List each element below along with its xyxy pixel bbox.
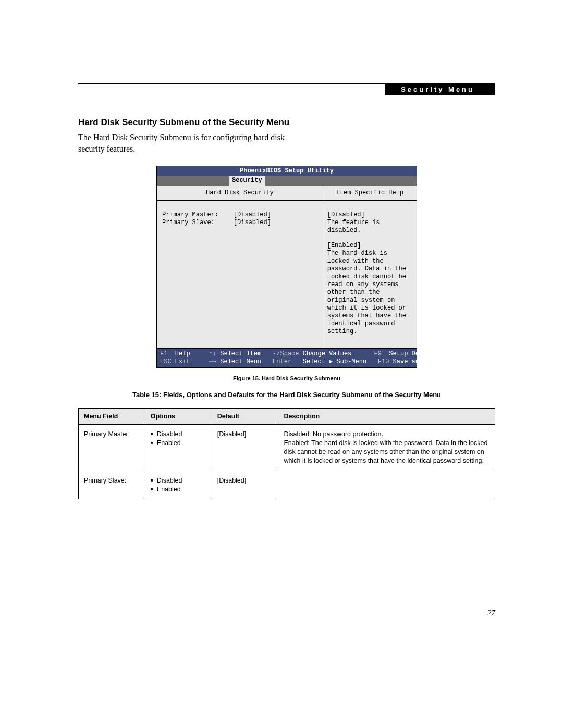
options-table: Menu Field Options Default Description P…: [78, 408, 495, 499]
bios-left-header: Hard Disk Security: [157, 186, 323, 201]
th-description: Description: [278, 409, 495, 425]
cell-options: Disabled Enabled: [145, 425, 212, 471]
th-default: Default: [212, 409, 278, 425]
page-header: Security Menu: [78, 83, 495, 95]
field-value: [Disabled]: [234, 211, 271, 218]
table-row: Primary Slave: Disabled Enabled [Disable…: [79, 471, 495, 499]
table-caption: Table 15: Fields, Options and Defaults f…: [78, 391, 495, 399]
chapter-label: Security Menu: [385, 83, 495, 95]
bios-right-header: Item Specific Help: [323, 186, 417, 201]
bios-screenshot: PhoenixBIOS Setup Utility Security Hard …: [156, 166, 417, 368]
page-number: 27: [78, 609, 495, 618]
bios-help-text: [Disabled]The feature is disabled. [Enab…: [323, 201, 417, 348]
bios-fields: Primary Master: [Disabled] Primary Slave…: [157, 201, 323, 320]
field-label: Primary Slave:: [162, 219, 215, 226]
field-label: Primary Master:: [162, 211, 218, 218]
cell-menu-field: Primary Slave:: [79, 471, 145, 499]
cell-options: Disabled Enabled: [145, 471, 212, 499]
bios-tab-security: Security: [229, 176, 265, 186]
cell-description: Disabled: No password protection. Enable…: [278, 425, 495, 471]
section-title: Hard Disk Security Submenu of the Securi…: [78, 117, 495, 128]
cell-description: [278, 471, 495, 499]
cell-menu-field: Primary Master:: [79, 425, 145, 471]
cell-default: [Disabled]: [212, 471, 278, 499]
figure-caption: Figure 15. Hard Disk Security Submenu: [78, 375, 495, 381]
intro-text: The Hard Disk Security Submenu is for co…: [78, 132, 297, 154]
bios-footer: F1 Help ↑↓ Select Item -/Space Change Va…: [157, 349, 417, 367]
bios-tab-bar: Security: [157, 176, 417, 186]
cell-default: [Disabled]: [212, 425, 278, 471]
field-value: [Disabled]: [234, 219, 271, 226]
table-row: Primary Master: Disabled Enabled [Disabl…: [79, 425, 495, 471]
bios-title: PhoenixBIOS Setup Utility: [157, 166, 417, 176]
th-menu-field: Menu Field: [79, 409, 145, 425]
th-options: Options: [145, 409, 212, 425]
